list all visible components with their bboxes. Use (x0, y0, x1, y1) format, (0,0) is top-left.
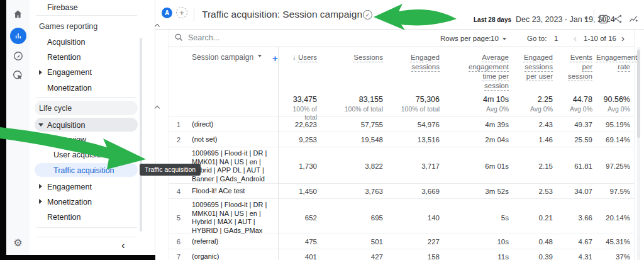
insights-icon[interactable] (628, 14, 639, 27)
table-totals-row: 33,475100% of total 83,155100% of total … (169, 91, 634, 116)
column-header-sessions[interactable]: Sessions (321, 47, 387, 62)
customize-report-icon[interactable] (598, 14, 609, 27)
goto-input[interactable]: 1 (554, 35, 558, 42)
expand-right-icon[interactable] (39, 70, 42, 75)
annotation-arrow-title-check (370, 2, 459, 32)
sidebar-item-retention-games[interactable]: Retention (47, 52, 81, 63)
goto-label: Go to: (527, 35, 547, 42)
tooltip: Traffic acquisition (140, 164, 201, 176)
date-preset-label: Last 28 days (474, 16, 511, 23)
column-header-engaged-sessions[interactable]: Engaged sessions (387, 47, 443, 72)
rows-per-page-caret-icon[interactable] (502, 38, 506, 40)
table-header-row: Session campaign + ↓ Users Sessions Enga… (169, 47, 634, 91)
sidebar-item-monetization[interactable]: Monetization (47, 196, 92, 208)
share-icon[interactable] (613, 14, 623, 26)
sidebar-divider (36, 15, 137, 16)
add-dimension-icon[interactable]: + (272, 53, 278, 64)
table-card-border (634, 30, 635, 260)
advertising-icon[interactable] (6, 69, 30, 81)
traffic-acquisition-table: Session campaign + ↓ Users Sessions Enga… (169, 47, 634, 260)
expand-right-icon[interactable] (39, 199, 42, 204)
table-row[interactable]: 1 (direct) 22,623 57,755 54,976 4m 39s 2… (169, 116, 634, 132)
sidebar-item-engagement-games[interactable]: Engagement (47, 67, 92, 78)
sidebar-divider (36, 97, 137, 98)
table-scrollbar-thumb[interactable] (637, 50, 640, 138)
column-header-avg-engagement-time[interactable]: Average engagement time per session (443, 47, 513, 91)
header-separator (194, 8, 194, 21)
sidebar-item-traffic-acquisition-selected[interactable]: Traffic acquisition (35, 163, 138, 177)
sidebar-section-games-reporting[interactable]: Games reporting (39, 21, 97, 32)
column-header-engaged-sessions-per-user[interactable]: Engaged sessions per user (513, 47, 557, 81)
reports-active-circle (10, 28, 26, 44)
dimension-header[interactable]: Session campaign + (189, 47, 279, 91)
header-separator (594, 9, 594, 23)
sidebar-item-user-acquisition[interactable]: User acquisition (53, 149, 109, 161)
window-edge-bottom (0, 255, 155, 260)
next-page-icon[interactable]: › (621, 33, 625, 43)
sidebar-divider (36, 227, 137, 228)
column-header-engagement-rate[interactable]: Engagement rate (596, 47, 634, 72)
sidebar-item-retention[interactable]: Retention (47, 212, 81, 223)
table-row[interactable]: 5 1009695 | Flood-it | DR | MMK01| NA | … (169, 198, 634, 234)
sidebar-item-monetization-games[interactable]: Monetization (47, 82, 92, 94)
page-info: 1-10 of 16 (584, 35, 616, 42)
home-icon[interactable] (6, 9, 30, 20)
sidebar-divider (36, 237, 137, 237)
sidebar-section-life-cycle[interactable]: Life cycle (35, 101, 138, 115)
table-row[interactable]: 2 (not set) 9,253 19,548 13,516 2m 04s 1… (169, 132, 634, 147)
column-header-events-per-session[interactable]: Events per session (557, 47, 596, 81)
ga4-traffic-acquisition-page: ⚙ Firebase Games reporting Acquisition R… (0, 0, 644, 260)
header-divider (155, 29, 644, 30)
table-row[interactable]: 7 (organic) 401 427 158 11s 0.39 4.31 37… (169, 249, 634, 260)
table-row[interactable]: 6 (referral) 475 501 227 10s 0.48 4.67 4… (169, 234, 634, 249)
nav-rail: ⚙ (6, 0, 30, 255)
table-row[interactable]: 3 1009695 | Flood-it | DR | MMK01| NA | … (169, 147, 634, 183)
search-icon (174, 33, 184, 45)
expand-right-icon[interactable] (39, 184, 42, 189)
window-edge-left (0, 0, 6, 260)
sidebar-scrollbar[interactable] (140, 38, 142, 232)
sidebar-item-engagement[interactable]: Engagement (47, 181, 92, 193)
rows-per-page-label: Rows per page: (440, 35, 491, 42)
checkmark-icon[interactable]: ✓ (363, 10, 372, 20)
explore-icon[interactable] (6, 50, 30, 62)
sidebar-item-firebase[interactable]: Firebase (47, 2, 78, 13)
column-header-users[interactable]: ↓ Users (279, 47, 321, 62)
dimension-caret-icon[interactable] (258, 55, 262, 57)
sidebar-item-acquisition-games[interactable]: Acquisition (47, 37, 85, 48)
report-nav-sidebar: Firebase Games reporting Acquisition Ret… (30, 0, 155, 255)
page-title: Traffic acquisition: Session campaign (202, 9, 362, 20)
sort-desc-icon: ↓ (292, 54, 296, 61)
reports-icon[interactable] (6, 28, 30, 44)
sidebar-item-acquisition-expanded[interactable]: Acquisition (35, 118, 138, 132)
collapse-sidebar-icon[interactable]: ‹ (121, 240, 125, 251)
date-caret-icon[interactable] (584, 18, 588, 20)
collapse-section-icon[interactable] (155, 106, 160, 111)
add-comparison-icon[interactable]: + (176, 7, 187, 18)
search-input[interactable] (188, 31, 377, 44)
sidebar-item-overview[interactable]: Overview (53, 134, 86, 145)
collapse-section-icon[interactable] (155, 24, 160, 29)
rows-per-page-select[interactable]: 10 (491, 35, 499, 42)
expand-down-icon (38, 123, 43, 127)
avatar[interactable]: A (162, 8, 172, 18)
prev-page-icon[interactable]: ‹ (574, 33, 577, 43)
admin-gear-icon[interactable]: ⚙ (6, 237, 30, 249)
table-row[interactable]: 4 Flood-it! ACe test 1,450 3,763 3,669 3… (169, 183, 634, 198)
